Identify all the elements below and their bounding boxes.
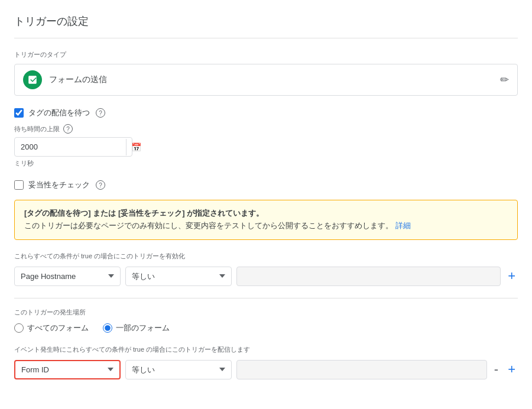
occurrence-label: このトリガーの発生場所 — [14, 308, 518, 317]
all-forms-radio[interactable] — [14, 323, 24, 333]
timeout-label: 待ち時間の上限 — [14, 125, 60, 134]
validity-check-checkbox[interactable] — [14, 180, 24, 190]
timeout-input-wrapper: 📅 — [14, 137, 132, 157]
section-divider — [14, 298, 518, 298]
event-conditions-label: イベント発生時にこれらすべての条件が true の場合にこのトリガーを配信します — [14, 345, 518, 354]
event-operator-select[interactable]: 等しい 含む 先頭が一致 末尾が一致 — [125, 360, 232, 379]
warning-text: このトリガーは必要なページでのみ有効にし、変更内容をテストしてから公開することを… — [24, 221, 393, 230]
event-value-input[interactable] — [236, 360, 487, 379]
some-forms-radio[interactable] — [103, 323, 112, 333]
validity-check-label[interactable]: 妥当性をチェック — [28, 180, 90, 190]
timeout-help-icon[interactable]: ? — [63, 124, 73, 134]
timeout-input[interactable] — [15, 138, 126, 156]
trigger-type-icon — [23, 70, 42, 89]
warning-bold-text: [タグの配信を待つ] または [妥当性をチェック] が指定されています。 — [24, 209, 264, 218]
wait-for-tags-row: タグの配信を待つ ? — [14, 108, 518, 118]
wait-for-tags-label[interactable]: タグの配信を待つ — [28, 108, 90, 118]
condition-row: Page Hostname Page URL Page Path Click E… — [14, 267, 518, 286]
event-filter-row: Form ID Form Classes Form Element Form T… — [14, 360, 518, 379]
all-forms-label: すべてのフォーム — [27, 323, 89, 333]
some-forms-option[interactable]: 一部のフォーム — [103, 323, 170, 333]
condition-operator-select[interactable]: 等しい 含む 先頭が一致 末尾が一致 正規表現に一致 — [125, 267, 232, 286]
validity-check-help-icon[interactable]: ? — [96, 180, 105, 190]
event-field-select[interactable]: Form ID Form Classes Form Element Form T… — [14, 360, 121, 379]
warning-link[interactable]: 詳細 — [395, 221, 411, 230]
wait-for-tags-checkbox[interactable] — [14, 108, 24, 118]
trigger-type-name: フォームの送信 — [49, 74, 500, 85]
condition-value-input[interactable] — [236, 267, 501, 286]
some-forms-label: 一部のフォーム — [116, 323, 170, 333]
calendar-icon[interactable]: 📅 — [126, 139, 146, 155]
add-condition-button[interactable]: + — [505, 270, 518, 283]
add-event-condition-button[interactable]: + — [505, 363, 518, 376]
condition-field-select[interactable]: Page Hostname Page URL Page Path Click E… — [14, 267, 121, 286]
occurrence-radio-group: すべてのフォーム 一部のフォーム — [14, 323, 518, 333]
validity-check-row: 妥当性をチェック ? — [14, 180, 518, 190]
all-forms-option[interactable]: すべてのフォーム — [14, 323, 89, 333]
warning-box: [タグの配信を待つ] または [妥当性をチェック] が指定されています。 このト… — [14, 200, 518, 240]
form-submit-icon — [27, 74, 38, 85]
milliseconds-label: ミリ秒 — [14, 159, 518, 168]
trigger-type-label: トリガーのタイプ — [14, 50, 518, 59]
page-title: トリガーの設定 — [14, 14, 518, 28]
conditions-label: これらすべての条件が true の場合にこのトリガーを有効化 — [14, 252, 518, 261]
trigger-type-box: フォームの送信 ✏ — [14, 64, 518, 96]
edit-icon[interactable]: ✏ — [500, 73, 509, 86]
title-divider — [14, 38, 518, 38]
wait-for-tags-help-icon[interactable]: ? — [96, 108, 105, 118]
timeout-label-row: 待ち時間の上限 ? — [14, 124, 518, 134]
remove-event-condition-button[interactable]: - — [492, 363, 501, 376]
